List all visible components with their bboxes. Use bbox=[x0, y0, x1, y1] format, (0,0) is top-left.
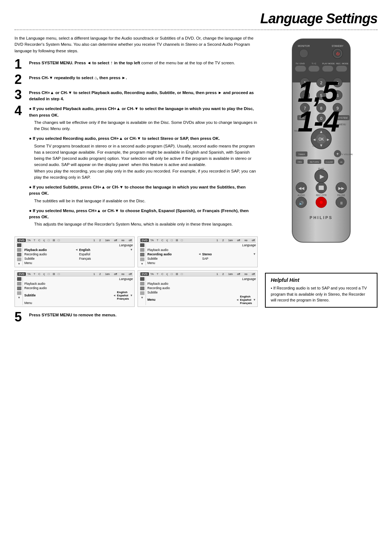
step-5-content: Press SYSTEM MENU to remove the menus. bbox=[29, 312, 258, 318]
step-4-number: 4 bbox=[15, 104, 26, 117]
svg-rect-15 bbox=[322, 66, 333, 72]
screen-2-body: ▼ Language Playback audio Recording audi… bbox=[139, 243, 256, 266]
bullet-recording-header: ● If you selected Recording audio, press… bbox=[29, 135, 258, 142]
screen-2-icon-1 bbox=[140, 243, 144, 247]
svg-text:▼: ▼ bbox=[319, 143, 323, 147]
hint-body: • If Recording audio is set to SAP and y… bbox=[271, 285, 372, 303]
screen-3-tabs: TATCi(□⊞□ bbox=[27, 272, 60, 276]
screen-4-values: English Español Français bbox=[240, 295, 252, 305]
screen-4-counters: 121enoffnooff bbox=[184, 272, 255, 276]
screen-3-icon-2 bbox=[17, 282, 21, 285]
bullet-menu-header: ● If you selected Menu, press CH+▲ or CH… bbox=[29, 208, 258, 220]
screen-2-tabs: TATCi(□⊞□ bbox=[150, 239, 183, 242]
big-numbers-overlay: 1,5 1-4 bbox=[298, 79, 377, 135]
screen-4-scroll: ▼ bbox=[141, 296, 144, 299]
screen-2: DVD TATCi(□⊞□ 121enoffnooff bbox=[138, 236, 258, 267]
screen-3-icon-3 bbox=[17, 287, 21, 290]
svg-text:AUDIO: AUDIO bbox=[298, 194, 305, 197]
bullet-recording-body: Some TV programs broadcast in stereo or … bbox=[34, 143, 258, 181]
screen-1-row-4: Menu bbox=[24, 261, 133, 265]
svg-text:MONITOR: MONITOR bbox=[298, 45, 310, 47]
svg-rect-71 bbox=[319, 186, 324, 190]
screen-3-dvd: DVD bbox=[17, 272, 26, 276]
step-3-bold: Press CH+▲ or CH-▼ to select Playback au… bbox=[29, 90, 254, 101]
screen-1-row-1: Playback audio ◄ English ▼ bbox=[24, 248, 133, 252]
screen-2-lang-header: Language bbox=[147, 243, 256, 247]
screen-2-row-1: Playback audio bbox=[147, 248, 256, 252]
helpful-hint-box: Helpful Hint • If Recording audio is set… bbox=[265, 273, 377, 308]
screen-1-lang-header: Language bbox=[24, 243, 133, 247]
header-divider bbox=[15, 29, 377, 30]
svg-text:OK: OK bbox=[319, 137, 324, 141]
svg-text:FBS: FBS bbox=[298, 161, 302, 163]
screen-2-menu: Language Playback audio Recording audio … bbox=[147, 243, 256, 266]
svg-text:+: + bbox=[336, 151, 339, 157]
remote-svg: STANDBY ⏻ MONITOR TV / DVD T / C PLAY MO… bbox=[281, 35, 361, 246]
screen-4-row-1: Playback audio bbox=[147, 281, 256, 286]
step-3-number: 3 bbox=[15, 88, 26, 101]
screen-3-row-2: Recording audio bbox=[24, 286, 133, 290]
svg-point-8 bbox=[299, 49, 308, 58]
screen-1-counters: 121enoffnooff bbox=[61, 239, 132, 242]
step-1: 1 Press SYSTEM MENU. Press ◄ to select ↑… bbox=[15, 59, 258, 71]
screen-3-row-1: Playback audio bbox=[24, 281, 133, 286]
screen-4-tabs: TATCi(□⊞□ bbox=[150, 272, 183, 276]
screen-3-menu: Language Playback audio Recording audio … bbox=[24, 277, 133, 305]
bullet-subtitle: ● If you selected Subtitle, press CH+▲ o… bbox=[29, 184, 258, 204]
screen-4-row-4: Menu ◄ English Español Français ▼ bbox=[147, 295, 256, 305]
screen-3-icons: ▼ bbox=[16, 277, 23, 305]
screen-4-icon-1 bbox=[140, 277, 144, 281]
page-header: Language Settings bbox=[15, 11, 377, 27]
svg-text:⏸: ⏸ bbox=[339, 201, 343, 205]
screen-3-row-4: Menu bbox=[24, 301, 133, 305]
screen-4-lang-header: Language bbox=[147, 277, 256, 281]
svg-text:CH-: CH- bbox=[313, 145, 317, 147]
step-5-number: 5 bbox=[15, 311, 26, 324]
screen-3-lang-header: Language bbox=[24, 277, 133, 281]
screen-3-icon-4 bbox=[17, 291, 21, 295]
screen-1-topbar: DVD TATCi(□⊞□ 121enoffnooff bbox=[16, 238, 133, 243]
svg-rect-14 bbox=[309, 66, 319, 72]
step-4: 4 ● If you selected Playback audio, pres… bbox=[15, 106, 258, 231]
screen-4: DVD TATCi(□⊞□ 121enoffnooff bbox=[138, 270, 258, 307]
step-2: 2 Press CH-▼ repeatedly to select ⌂, the… bbox=[15, 74, 258, 86]
svg-text:▶▶: ▶▶ bbox=[338, 186, 344, 190]
svg-text:🔊: 🔊 bbox=[299, 200, 304, 206]
svg-text:TIMER: TIMER bbox=[298, 153, 305, 155]
screen-2-counters: 121enoffnooff bbox=[184, 239, 255, 242]
screen-1-icons: ▼ bbox=[16, 243, 23, 266]
bullet-subtitle-header: ● If you selected Subtitle, press CH+▲ o… bbox=[29, 184, 258, 197]
screen-1-icon-2 bbox=[17, 248, 21, 252]
svg-text:⏻: ⏻ bbox=[336, 52, 340, 56]
svg-text:►: ► bbox=[326, 137, 330, 142]
screen-3-values: English Español Français bbox=[117, 291, 129, 300]
screen-1-scroll: ▼ bbox=[18, 262, 21, 266]
svg-text:RETURN: RETURN bbox=[310, 161, 319, 163]
step-2-bold: Press CH-▼ repeatedly to select ⌂, then … bbox=[29, 76, 127, 80]
step-3-content: Press CH+▲ or CH-▼ to select Playback au… bbox=[29, 90, 258, 102]
bullet-playback: ● If you selected Playback audio, press … bbox=[29, 106, 258, 132]
screen-4-row-2: Recording audio bbox=[147, 286, 256, 290]
screen-1-tabs: TATCi(□⊞□ bbox=[27, 239, 60, 242]
screen-1-dvd: DVD bbox=[17, 239, 26, 242]
bullet-menu: ● If you selected Menu, press CH+▲ or CH… bbox=[29, 208, 258, 228]
page: Language Settings In the Language menu, … bbox=[0, 0, 392, 555]
step-1-number: 1 bbox=[15, 58, 26, 71]
svg-text:PLAY MODE: PLAY MODE bbox=[322, 62, 335, 65]
screen-3-counters: 121enoffnooff bbox=[61, 272, 132, 276]
screenshots-grid: DVD TATCi(□⊞□ 121enoffnooff bbox=[15, 236, 258, 307]
svg-text:T / C: T / C bbox=[312, 62, 317, 65]
screen-2-dvd: DVD bbox=[140, 239, 149, 242]
big-number-15: 1,5 bbox=[298, 79, 377, 105]
bullet-subtitle-body: The subtitles will be in that language i… bbox=[34, 198, 258, 204]
step-5-bold: Press SYSTEM MENU to remove the menus. bbox=[29, 313, 117, 317]
left-column: In the Language menu, select a different… bbox=[15, 35, 258, 544]
step-1-bold: Press SYSTEM MENU. Press ◄ to select ↑ i… bbox=[29, 61, 140, 65]
screen-3: DVD TATCi(□⊞□ 121enoffnooff bbox=[15, 270, 135, 307]
remote-illustration: STANDBY ⏻ MONITOR TV / DVD T / C PLAY MO… bbox=[265, 35, 377, 246]
screen-2-icons: ▼ bbox=[139, 243, 146, 266]
screen-1-icon-4 bbox=[17, 258, 21, 261]
screen-1-icon-1 bbox=[17, 243, 21, 247]
screen-3-scroll: ▼ bbox=[18, 296, 21, 299]
svg-rect-16 bbox=[336, 66, 347, 72]
